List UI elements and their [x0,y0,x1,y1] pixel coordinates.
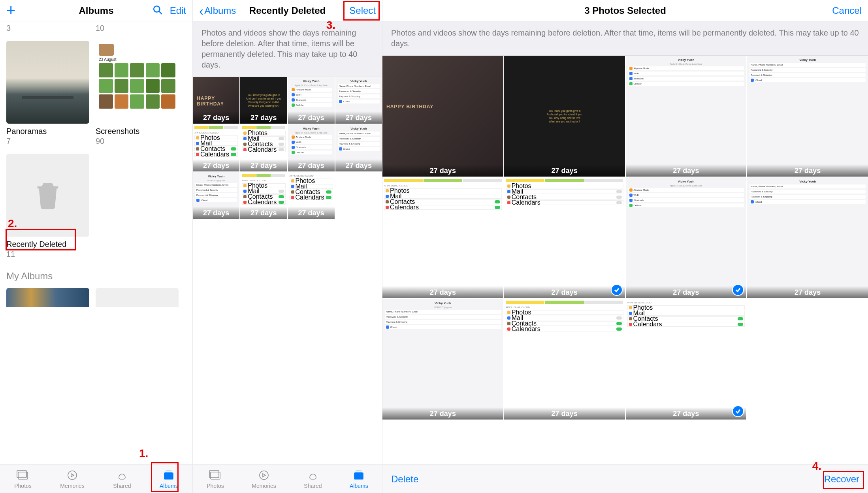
toolbar: Delete Recover [382,465,868,493]
callout-3: 3. [326,19,335,32]
deleted-photo[interactable]: Vicky YuehApple ID, iCloud, iTunes & App… [288,77,335,124]
tab-photos[interactable]: Photos [14,469,32,489]
checkmark-icon [611,284,623,296]
panoramas-thumbnail [6,41,89,124]
album-count: 7 [6,137,89,146]
user-album-thumbnail-2 [96,288,179,307]
albums-content: 3 10 Panoramas 7 23 August Sc [0,21,192,465]
page-title: Albums [54,5,139,16]
album-name: Panoramas [6,127,89,136]
svg-point-14 [260,471,268,480]
tab-photos[interactable]: Photos [207,469,224,489]
checkmark-icon [732,284,744,296]
nav-bar: ‹Albums Recently Deleted Select [193,0,382,21]
add-album-button[interactable]: + [6,2,15,19]
album-screenshots[interactable]: 23 August Screenshots 90 [96,41,179,146]
deleted-photo[interactable]: Vicky YuehName, Phone Numbers, EmailPass… [747,177,868,298]
svg-line-1 [159,11,162,14]
deleted-photo[interactable]: PhotosMailContactsCalendars27 days [240,124,287,171]
tab-memories[interactable]: Memories [60,469,84,489]
svg-marker-8 [71,474,74,477]
trash-icon [6,154,89,237]
deleted-photo[interactable]: You know you gotta give itAnd can't you … [240,77,287,124]
deleted-photo[interactable]: 27 days [193,77,239,124]
callout-2: 2. [8,217,17,230]
screenshots-thumbnail: 23 August [96,41,179,124]
svg-rect-9 [164,473,173,479]
nav-bar: 3 Photos Selected Cancel [382,0,868,21]
tab-memories[interactable]: Memories [252,469,276,489]
deleted-photo-selected[interactable]: PhotosMailContactsCalendars27 days [504,177,625,298]
tab-albums[interactable]: Albums [160,469,178,489]
svg-point-0 [154,6,160,12]
album-name: Recently Deleted [6,240,89,249]
description-text: Photos and videos show the days remainin… [382,21,868,56]
tab-albums[interactable]: Albums [350,469,368,489]
album-truncated-2: 10 [96,23,179,33]
deleted-photo[interactable]: Vicky Yueh550467877@qq.comName, Phone Nu… [193,172,239,219]
album-panoramas[interactable]: Panoramas 7 [6,41,89,146]
edit-button[interactable]: Edit [170,5,186,16]
svg-marker-15 [263,474,265,477]
search-icon[interactable] [153,5,163,17]
deleted-photo[interactable]: Vicky YuehApple ID, iCloud, iTunes & App… [288,124,335,171]
album-user[interactable] [6,288,89,307]
deleted-photo[interactable]: Vicky Yueh550467877@qq.comName, Phone Nu… [382,299,503,420]
svg-rect-10 [165,472,172,472]
callout-4: 4. [812,460,821,472]
tab-shared[interactable]: Shared [113,469,131,489]
deleted-photo[interactable]: APPS USING ICLOUDPhotosMailContactsCalen… [193,124,239,171]
deleted-photo[interactable]: APPS USING ICLOUDPhotosMailContactsCalen… [382,177,503,298]
deleted-photo[interactable]: Vicky YuehName, Phone Numbers, EmailPass… [335,124,382,171]
page-title: 3 Photos Selected [436,5,814,16]
deleted-photo[interactable]: APPS USING ICLOUDPhotosMailContactsCalen… [288,172,335,219]
section-header-my-albums: My Albums [6,271,186,282]
svg-rect-2 [44,192,46,205]
chevron-left-icon: ‹ [199,4,203,17]
deleted-photo[interactable]: APPS USING ICLOUDPhotosMailContactsCalen… [240,172,287,219]
svg-rect-18 [356,470,362,471]
tab-shared[interactable]: Shared [304,469,322,489]
album-count: 90 [96,137,179,146]
deleted-photo[interactable]: 27 days [382,56,503,177]
album-truncated-1: 3 [6,23,89,33]
cancel-button[interactable]: Cancel [832,5,862,16]
deleted-photos-grid: 27 days You know you gotta give itAnd ca… [193,77,382,219]
svg-point-7 [68,471,77,480]
deleted-photo-selected[interactable]: APPS USING ICLOUDPhotosMailContactsCalen… [626,299,747,420]
delete-button[interactable]: Delete [391,474,418,485]
svg-rect-11 [166,470,171,471]
svg-rect-4 [50,192,52,205]
album-count: 11 [6,250,89,259]
select-button[interactable]: Select [349,5,376,16]
svg-rect-16 [354,473,363,479]
back-button[interactable]: ‹Albums [199,4,236,17]
album-recently-deleted[interactable]: Recently Deleted 11 [6,154,89,259]
deleted-photo-selected[interactable]: Vicky YuehApple ID, iCloud, iTunes & App… [626,177,747,298]
svg-rect-17 [355,472,362,472]
deleted-photo[interactable]: You know you gotta give itAnd can't you … [504,56,625,177]
callout-1: 1. [139,447,148,460]
description-text: Photos and videos show the days remainin… [193,21,382,77]
tab-bar: Photos Memories Shared Albums [193,465,382,493]
deleted-photo[interactable]: Vicky YuehApple ID, iCloud, iTunes & App… [626,56,747,177]
album-user-2[interactable] [96,288,179,307]
deleted-photo[interactable]: APPS USING ICLOUDPhotosMailContactsCalen… [504,299,625,420]
nav-bar: + Albums Edit [0,0,192,21]
recover-button[interactable]: Recover [824,474,859,485]
user-album-thumbnail [6,288,89,307]
deleted-photo[interactable]: Vicky YuehName, Phone Numbers, EmailPass… [335,77,382,124]
page-title: Recently Deleted [247,5,328,16]
svg-rect-3 [47,192,49,205]
deleted-photos-grid: 27 days You know you gotta give itAnd ca… [382,56,868,420]
tab-bar: Photos Memories Shared Albums [0,465,192,493]
deleted-photo[interactable]: Vicky YuehName, Phone Numbers, EmailPass… [747,56,868,177]
album-name: Screenshots [96,127,179,136]
